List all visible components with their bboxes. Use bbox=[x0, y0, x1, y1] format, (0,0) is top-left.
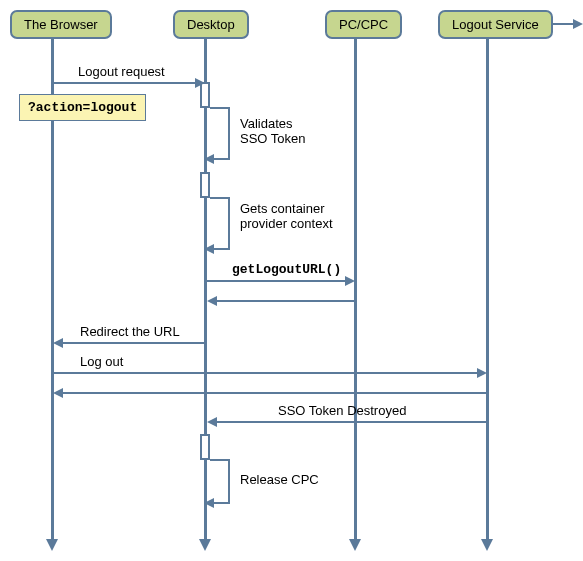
selfmsg-line bbox=[210, 107, 230, 109]
arrowhead-icon bbox=[207, 296, 217, 306]
label-redirect-url: Redirect the URL bbox=[80, 324, 180, 339]
selfmsg-line bbox=[214, 502, 230, 504]
selfmsg-line bbox=[210, 459, 230, 461]
arrowhead-icon bbox=[345, 276, 355, 286]
label-logout-request: Logout request bbox=[78, 64, 165, 79]
arrowhead-icon bbox=[199, 539, 211, 551]
selfmsg-line bbox=[214, 158, 230, 160]
arrowhead-icon bbox=[195, 78, 205, 88]
arrowhead-icon bbox=[204, 154, 214, 164]
lifeline-pccpc bbox=[354, 36, 357, 541]
arrowhead-icon bbox=[46, 539, 58, 551]
arrow-sso-destroyed bbox=[217, 421, 487, 423]
participant-logout-service: Logout Service bbox=[438, 10, 553, 39]
label-validates-sso: Validates SSO Token bbox=[240, 116, 306, 146]
activation-desktop-3 bbox=[200, 434, 210, 460]
arrowhead-icon bbox=[53, 338, 63, 348]
label-gets-container: Gets container provider context bbox=[240, 201, 333, 231]
activation-desktop-2 bbox=[200, 172, 210, 198]
arrowhead-icon bbox=[349, 539, 361, 551]
participant-pccpc: PC/CPC bbox=[325, 10, 402, 39]
arrow-redirect-url bbox=[63, 342, 205, 344]
arrowhead-icon bbox=[204, 244, 214, 254]
label-sso-destroyed: SSO Token Destroyed bbox=[278, 403, 406, 418]
participant-browser: The Browser bbox=[10, 10, 112, 39]
arrowhead-icon bbox=[573, 19, 583, 29]
participant-desktop: Desktop bbox=[173, 10, 249, 39]
arrow-log-out-return bbox=[63, 392, 487, 394]
selfmsg-line bbox=[214, 248, 230, 250]
label-release-cpc: Release CPC bbox=[240, 472, 319, 487]
note-action-logout: ?action=logout bbox=[19, 94, 146, 121]
selfmsg-line bbox=[228, 107, 230, 160]
arrowhead-icon bbox=[481, 539, 493, 551]
arrowhead-icon bbox=[53, 388, 63, 398]
lifeline-desktop bbox=[204, 36, 207, 541]
label-log-out: Log out bbox=[80, 354, 123, 369]
selfmsg-line bbox=[210, 197, 230, 199]
lifeline-logout-service bbox=[486, 36, 489, 541]
arrowhead-icon bbox=[207, 417, 217, 427]
arrow-log-out bbox=[53, 372, 477, 374]
selfmsg-line bbox=[228, 459, 230, 504]
arrow-get-logout-url bbox=[207, 280, 345, 282]
selfmsg-line bbox=[228, 197, 230, 250]
label-get-logout-url: getLogoutURL() bbox=[232, 262, 341, 277]
arrowhead-icon bbox=[204, 498, 214, 508]
arrow-get-logout-url-return bbox=[217, 300, 355, 302]
arrowhead-icon bbox=[477, 368, 487, 378]
arrow-logout-request bbox=[53, 82, 195, 84]
